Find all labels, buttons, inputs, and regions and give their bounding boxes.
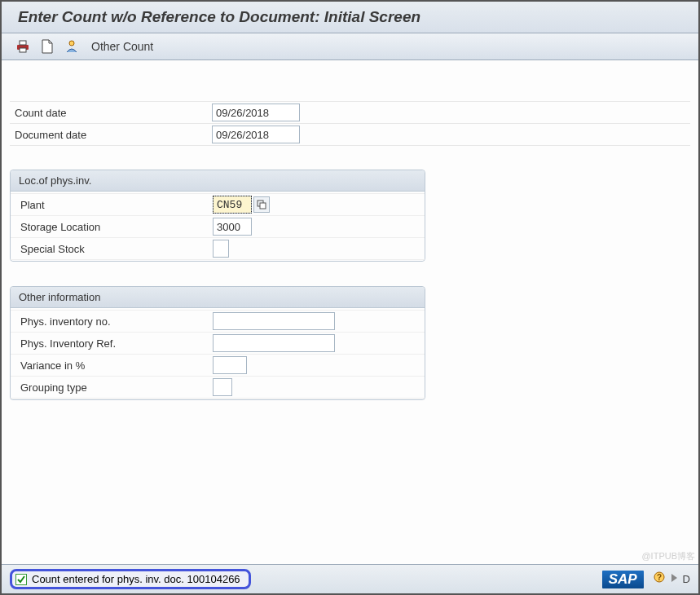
print-icon[interactable] — [15, 38, 31, 55]
phys-inventory-no-label: Phys. inventory no. — [15, 315, 213, 328]
variance-input[interactable] — [213, 356, 247, 374]
success-check-icon — [15, 574, 27, 585]
content-area: Count date Document date Loc.of phys.inv… — [2, 60, 698, 564]
grouping-type-label: Grouping type — [15, 381, 213, 394]
new-document-icon[interactable] — [39, 38, 55, 55]
phys-inventory-ref-row: Phys. Inventory Ref. — [11, 332, 425, 355]
special-stock-input[interactable] — [213, 240, 229, 258]
phys-inventory-no-input[interactable] — [213, 312, 335, 330]
plant-label: Plant — [15, 199, 213, 211]
group-loc-phys-inv: Loc.of phys.inv. Plant Storage Location … — [10, 170, 425, 262]
status-right-text: D — [683, 573, 690, 585]
forward-icon[interactable] — [670, 572, 680, 586]
special-stock-label: Special Stock — [15, 243, 213, 255]
plant-row: Plant — [11, 193, 425, 216]
document-date-input[interactable] — [212, 126, 300, 143]
sap-logo: SAP — [602, 571, 644, 588]
toolbar: Other Count — [2, 33, 698, 60]
title-bar: Enter Count w/o Reference to Document: I… — [2, 2, 698, 33]
status-right: SAP ? D — [602, 571, 690, 588]
document-date-row: Document date — [10, 123, 690, 146]
storage-location-label: Storage Location — [15, 221, 213, 233]
page-title: Enter Count w/o Reference to Document: I… — [18, 8, 420, 25]
special-stock-row: Special Stock — [11, 237, 425, 260]
other-count-button[interactable]: Other Count — [91, 40, 153, 53]
group-loc-title: Loc.of phys.inv. — [11, 170, 425, 192]
svg-rect-5 — [260, 203, 266, 209]
status-message-text: Count entered for phys. inv. doc. 100104… — [32, 573, 240, 585]
svg-point-3 — [69, 41, 74, 46]
plant-input[interactable] — [213, 196, 252, 214]
watermark: @ITPUB博客 — [641, 550, 695, 562]
group-other-title: Other information — [11, 287, 425, 308]
svg-rect-2 — [20, 48, 26, 52]
help-icon[interactable]: ? — [654, 571, 667, 587]
group-other-information: Other information Phys. inventory no. Ph… — [10, 286, 425, 400]
plant-search-help-icon[interactable] — [253, 196, 270, 213]
svg-text:?: ? — [657, 573, 662, 582]
storage-location-input[interactable] — [213, 218, 252, 236]
count-date-label: Count date — [10, 107, 212, 119]
app-window: Enter Count w/o Reference to Document: I… — [0, 0, 700, 595]
grouping-type-input[interactable] — [213, 378, 232, 396]
variance-label: Variance in % — [15, 359, 213, 372]
document-date-label: Document date — [10, 129, 212, 141]
status-bar: Count entered for phys. inv. doc. 100104… — [2, 564, 698, 593]
phys-inventory-ref-label: Phys. Inventory Ref. — [15, 337, 213, 350]
phys-inventory-no-row: Phys. inventory no. — [11, 310, 425, 333]
grouping-type-row: Grouping type — [11, 376, 425, 399]
status-message-box: Count entered for phys. inv. doc. 100104… — [10, 569, 251, 589]
variance-row: Variance in % — [11, 354, 425, 377]
svg-rect-1 — [20, 41, 26, 45]
storage-location-row: Storage Location — [11, 215, 425, 238]
overview-icon[interactable] — [64, 38, 80, 55]
count-date-input[interactable] — [212, 104, 300, 121]
count-date-row: Count date — [10, 101, 690, 124]
phys-inventory-ref-input[interactable] — [213, 334, 335, 352]
